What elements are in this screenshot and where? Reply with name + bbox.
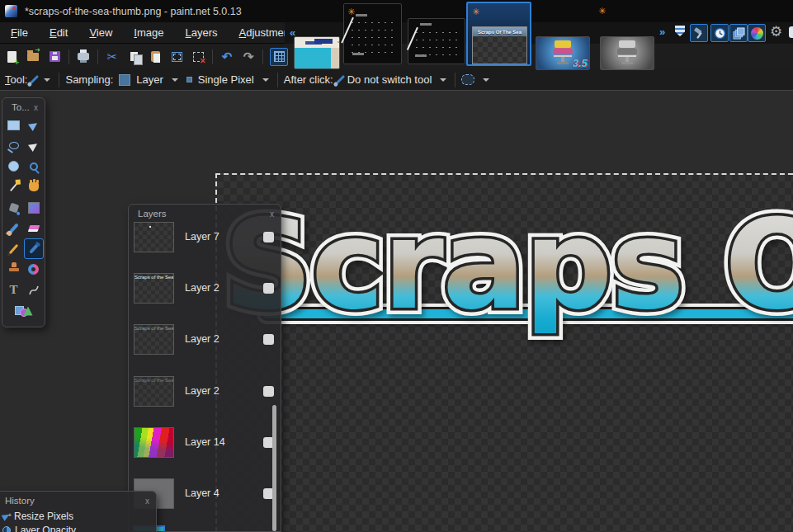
- layer-visibility-checkbox[interactable]: [263, 334, 274, 345]
- tool-move-selected-pixels[interactable]: [24, 115, 44, 135]
- layer-row[interactable]: Scraps of the Sea Layer 2: [134, 270, 274, 306]
- options-separator: [59, 73, 59, 87]
- menu-image[interactable]: Image: [123, 23, 174, 42]
- menu-view[interactable]: View: [78, 23, 123, 42]
- new-file-icon[interactable]: [4, 49, 19, 64]
- menu-layers[interactable]: Layers: [174, 23, 228, 42]
- close-icon[interactable]: x: [145, 497, 149, 506]
- image-tab-cake-color[interactable]: 3.5: [536, 36, 590, 70]
- tool-grid: T: [2, 115, 45, 321]
- tool-lasso-select[interactable]: [4, 135, 24, 156]
- tool-line-curve[interactable]: [24, 280, 44, 300]
- history-item[interactable]: Layer Opacity: [2, 523, 156, 532]
- layer-thumbnail: Scraps of the Sea: [134, 273, 174, 304]
- options-separator: [455, 73, 456, 87]
- open-folder-icon[interactable]: [26, 49, 40, 64]
- image-tab-mockup-2[interactable]: [408, 18, 465, 64]
- chevron-down-icon[interactable]: [44, 78, 50, 82]
- tool-shapes[interactable]: [4, 300, 44, 321]
- image-tab-selected-scraps[interactable]: ✳ Scraps Of The Sea: [466, 2, 531, 66]
- layer-row[interactable]: Layer 7: [134, 219, 274, 255]
- tool-eraser[interactable]: [24, 218, 44, 238]
- layer-row[interactable]: Scraps of the Sea Layer 2: [134, 321, 274, 357]
- workspace: Scraps Of Scraps Of Scraps Of: [0, 91, 793, 532]
- unsaved-star-icon: ✳: [472, 7, 481, 16]
- color-picker-tool-icon[interactable]: [30, 75, 39, 84]
- sampling-label: Sampling:: [65, 73, 113, 86]
- layers-toggle-button[interactable]: [729, 24, 748, 42]
- tool-ellipse-select[interactable]: [4, 156, 24, 177]
- save-icon[interactable]: [47, 49, 62, 64]
- history-panel-titlebar[interactable]: History x: [0, 492, 156, 508]
- tool-paint-bucket[interactable]: [4, 197, 24, 218]
- image-tab-sea-art[interactable]: [294, 36, 340, 69]
- menu-file[interactable]: File: [0, 23, 39, 42]
- sampling-value[interactable]: Layer: [136, 73, 163, 86]
- tool-paintbrush[interactable]: [4, 218, 24, 238]
- chevron-down-icon[interactable]: [262, 78, 269, 82]
- selected-tab-thumbnail: Scraps Of The Sea: [472, 26, 527, 64]
- tool-pan[interactable]: [24, 177, 44, 197]
- tool-color-picker-selected[interactable]: [24, 238, 44, 259]
- close-icon[interactable]: x: [34, 103, 38, 112]
- image-tab-cake-gray[interactable]: [600, 36, 654, 70]
- layers-stack-icon: [733, 27, 745, 40]
- close-icon[interactable]: x: [270, 210, 274, 219]
- tool-recolor[interactable]: [24, 259, 44, 280]
- layer-name: Layer 2: [185, 385, 219, 397]
- chevron-down-icon[interactable]: [172, 78, 178, 82]
- window-title: *scraps-of-the-sea-thumb.png - paint.net…: [25, 6, 242, 17]
- tool-magic-wand[interactable]: [4, 177, 24, 197]
- tool-rectangle-select[interactable]: [4, 115, 24, 135]
- tool-gradient[interactable]: [24, 197, 44, 218]
- history-item[interactable]: Resize Pixels: [2, 509, 156, 523]
- paste-clipboard-icon[interactable]: [148, 49, 163, 64]
- image-tab-mockup-1[interactable]: ✳: [343, 3, 402, 64]
- settings-gear-icon[interactable]: ⚙: [770, 23, 782, 40]
- hammer-icon: [693, 27, 706, 40]
- colors-toggle-button[interactable]: [748, 24, 766, 42]
- layer-row[interactable]: Scraps of the Sea Layer 2: [134, 373, 274, 409]
- layer-row[interactable]: Layer 14: [134, 424, 274, 460]
- canvas[interactable]: Scraps Of Scraps Of Scraps Of: [215, 173, 793, 532]
- grid-toggle-button[interactable]: [270, 48, 288, 66]
- copy-icon[interactable]: [126, 49, 141, 64]
- layer-visibility-checkbox[interactable]: [263, 232, 274, 242]
- tool-clone-stamp[interactable]: [4, 259, 24, 280]
- layer-thumbnail: Scraps of the Sea: [134, 376, 174, 407]
- tool-text[interactable]: T: [4, 280, 24, 300]
- tools-panel-titlebar[interactable]: To... x: [2, 98, 45, 115]
- tools-toggle-button[interactable]: [690, 24, 708, 42]
- after-click-value[interactable]: Do not switch tool: [347, 73, 432, 86]
- toolbar-separator: [262, 49, 263, 64]
- opacity-icon: [2, 526, 11, 532]
- deselect-icon[interactable]: [191, 49, 205, 64]
- undo-icon[interactable]: ↶: [219, 49, 234, 64]
- layer-thumbnail: Scraps of the Sea: [134, 324, 174, 355]
- chevron-down-icon[interactable]: [440, 78, 446, 82]
- selection-clipping-icon[interactable]: [461, 74, 474, 85]
- layer-name: Layer 4: [185, 487, 219, 499]
- toolbar-separator: [97, 49, 98, 64]
- tool-move-selection[interactable]: [24, 135, 44, 156]
- chevron-down-icon[interactable]: [483, 78, 489, 82]
- tabs-scroll-right-icon[interactable]: »: [659, 26, 665, 38]
- menu-edit[interactable]: Edit: [39, 23, 78, 42]
- print-icon[interactable]: [76, 49, 91, 64]
- sample-size-value[interactable]: Single Pixel: [198, 73, 254, 86]
- tools-panel: To... x: [2, 97, 45, 327]
- cut-scissors-icon[interactable]: ✂: [105, 49, 120, 64]
- tool-zoom[interactable]: [24, 156, 44, 177]
- history-toggle-button[interactable]: [710, 24, 729, 42]
- layer-visibility-checkbox[interactable]: [263, 283, 274, 294]
- unsaved-star-icon: ✳: [598, 7, 607, 16]
- paintnet-app-icon: [5, 5, 17, 17]
- layers-scrollbar[interactable]: [272, 405, 276, 531]
- redo-icon[interactable]: ↷: [241, 49, 256, 64]
- layer-visibility-checkbox[interactable]: [263, 386, 274, 397]
- tool-pencil[interactable]: [4, 238, 24, 259]
- cake-badge: 3.5: [573, 57, 588, 69]
- tools-panel-title: To...: [12, 102, 30, 112]
- crop-selection-icon[interactable]: [169, 49, 184, 64]
- selected-tab-caption: Scraps Of The Sea: [473, 27, 526, 36]
